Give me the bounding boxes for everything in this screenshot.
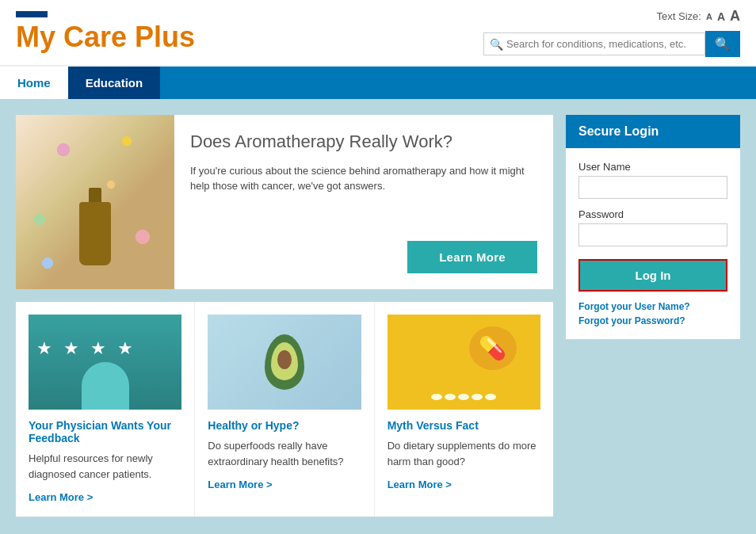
card-1-title[interactable]: Your Physician Wants Your Feedback [29, 419, 181, 444]
text-size-small[interactable]: A [706, 12, 712, 21]
left-content: Does Aromatherapy Really Work? If you're… [16, 115, 553, 517]
logo-text: My Care Plus [16, 21, 195, 54]
card-3-image: 💊 [388, 315, 540, 410]
login-panel: Secure Login User Name Password Log In F… [566, 115, 740, 517]
avocado-icon [265, 334, 304, 390]
card-1: Your Physician Wants Your Feedback Helpf… [16, 302, 195, 517]
password-label: Password [578, 208, 727, 220]
card-grid: Your Physician Wants Your Feedback Helpf… [16, 302, 553, 517]
card-2-title[interactable]: Healthy or Hype? [208, 419, 361, 432]
card-2: Healthy or Hype? Do superfoods really ha… [195, 302, 374, 517]
username-label: User Name [578, 161, 727, 173]
logo: My Care Plus [16, 11, 195, 54]
login-links: Forgot your User Name? Forgot your Passw… [578, 301, 727, 326]
card-1-image [29, 315, 181, 410]
search-input[interactable] [483, 32, 705, 55]
featured-learn-more-button[interactable]: Learn More [407, 241, 537, 273]
card-2-desc: Do superfoods really have extraordinary … [208, 438, 361, 469]
card-2-learn-more[interactable]: Learn More > [208, 479, 272, 490]
text-size-medium[interactable]: A [717, 10, 725, 23]
header-right: Text Size: A A A 🔍 🔍 [483, 8, 740, 57]
featured-title: Does Aromatherapy Really Work? [190, 131, 537, 154]
featured-text: Does Aromatherapy Really Work? If you're… [174, 115, 553, 289]
bottle-shape [79, 202, 111, 265]
search-button[interactable]: 🔍 [705, 31, 740, 57]
text-size-label: Text Size: [657, 10, 701, 22]
text-size-large[interactable]: A [730, 8, 740, 25]
nav-bar: Home Education [0, 67, 756, 99]
password-input[interactable] [578, 223, 727, 246]
card-2-image [208, 315, 361, 410]
card-1-learn-more[interactable]: Learn More > [29, 491, 93, 503]
login-header: Secure Login [566, 115, 740, 148]
featured-image [16, 115, 174, 289]
search-icon: 🔍 [490, 38, 503, 51]
search-wrapper: 🔍 🔍 [483, 31, 740, 57]
nav-item-education[interactable]: Education [68, 67, 161, 99]
forgot-username-link[interactable]: Forgot your User Name? [578, 301, 727, 312]
text-size-controls: Text Size: A A A [657, 8, 740, 25]
card-1-desc: Helpful resources for newly diagnosed ca… [29, 451, 181, 482]
site-header: My Care Plus Text Size: A A A 🔍 🔍 [0, 0, 756, 67]
logo-bar [16, 11, 48, 17]
card-3-desc: Do dietary supplements do more harm than… [388, 438, 540, 469]
nav-item-home[interactable]: Home [0, 67, 68, 99]
featured-article: Does Aromatherapy Really Work? If you're… [16, 115, 553, 289]
card-3: 💊 Myth Versus Fact Do dietary supplement… [375, 302, 553, 517]
username-input[interactable] [578, 176, 727, 199]
main-content: Does Aromatherapy Really Work? If you're… [0, 99, 756, 532]
card-3-title[interactable]: Myth Versus Fact [388, 419, 540, 432]
forgot-password-link[interactable]: Forgot your Password? [578, 315, 727, 326]
login-button[interactable]: Log In [578, 259, 727, 292]
card-3-learn-more[interactable]: Learn More > [388, 479, 452, 490]
featured-description: If you're curious about the science behi… [190, 163, 537, 194]
login-body: User Name Password Log In Forgot your Us… [566, 148, 740, 339]
bottle-neck [89, 188, 101, 204]
